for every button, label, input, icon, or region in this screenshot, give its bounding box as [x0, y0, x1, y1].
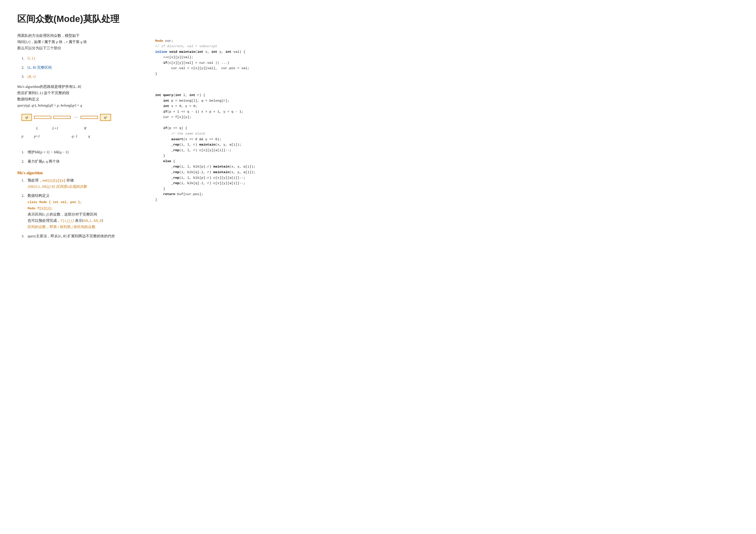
mos-step-3: query主算法，即从[L, R] 扩展到两边不完整的块的代价: [21, 233, 142, 240]
mos-step-2: 数据结构定义 class Mode { int val, pos }; Mode…: [21, 193, 142, 230]
page-title: 区间众数(Mode)莫队处理: [17, 13, 284, 25]
parts-list: [l, L) [L, R] 完整区间 (R, r]: [21, 55, 142, 80]
code-top: Mode cur; // if discrete, val = subscrip…: [155, 33, 284, 77]
intro-text: 用莫队的方法处理区间众数，模型如下 询问[l,r]，如果 l 属于第 p 块，r…: [17, 33, 142, 51]
diagram: ql ··· qr L L+1 R p p+1 q−1 q: [19, 114, 142, 144]
algo-desc: Mo's algorithm的思路就是维护所有[L, R] 然后扩展到[l, L…: [17, 84, 142, 109]
code-bottom: int query(int l, int r) { int p = belong…: [155, 87, 284, 203]
part-1: [l, L): [21, 55, 142, 62]
part-2: [L, R] 完整区间: [21, 64, 142, 71]
step-2: 暴力扩展p, q 两个块: [21, 159, 142, 165]
mos-algorithm-title: Mo's algorithm: [17, 171, 142, 175]
part-3: (R, r]: [21, 74, 142, 80]
step-1: 维护blk[p + 1] ··· blk[q − 1]: [21, 149, 142, 156]
steps-list: 维护blk[p + 1] ··· blk[q − 1] 暴力扩展p, q 两个块: [21, 149, 142, 165]
left-panel: 用莫队的方法处理区间众数，模型如下 询问[l,r]，如果 l 属于第 p 块，r…: [17, 33, 142, 242]
mos-steps: 预处理，cnt[i][j][x] 存储 [blk[i].L, blk[j].R]…: [21, 177, 142, 240]
right-panel: Mode cur; // if discrete, val = subscrip…: [155, 33, 284, 203]
mos-step-1: 预处理，cnt[i][j][x] 存储 [blk[i].L, blk[j].R]…: [21, 177, 142, 190]
